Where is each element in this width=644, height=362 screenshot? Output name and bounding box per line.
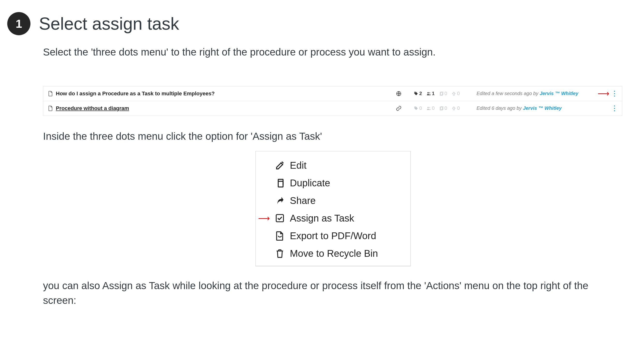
checkbox-icon bbox=[275, 213, 285, 223]
intro-paragraph-2: Inside the three dots menu click the opt… bbox=[43, 129, 623, 144]
stat-up: 0 bbox=[452, 91, 460, 96]
file-pdf-icon bbox=[275, 231, 285, 241]
procedure-title[interactable]: How do I assign a Procedure as a Task to… bbox=[56, 90, 214, 97]
menu-item-label: Share bbox=[290, 195, 316, 206]
up-icon bbox=[452, 91, 456, 96]
row-meta: Edited a few seconds ago by Jervis ™ Whi… bbox=[476, 91, 592, 96]
stat-users-value: 0 bbox=[432, 105, 434, 111]
stat-up-value: 0 bbox=[457, 91, 460, 96]
globe-icon bbox=[396, 91, 402, 97]
meta-author[interactable]: Jervis ™ Whitley bbox=[523, 105, 562, 111]
menu-item-label: Edit bbox=[290, 160, 307, 171]
procedure-list: How do I assign a Procedure as a Task to… bbox=[43, 86, 622, 116]
users-icon bbox=[426, 91, 431, 96]
stat-tags: 0 bbox=[414, 105, 422, 111]
stat-up: 0 bbox=[452, 105, 460, 111]
context-menu-illustration: Edit Duplicate Share ⟶ Assign as Task bbox=[43, 151, 623, 266]
files-icon bbox=[439, 106, 444, 111]
stat-tags-value: 2 bbox=[419, 91, 422, 96]
procedure-row[interactable]: Procedure without a diagram 0 0 bbox=[43, 101, 622, 116]
stat-users-value: 1 bbox=[432, 91, 434, 96]
content-column: Select the 'three dots menu' to the righ… bbox=[43, 45, 623, 308]
row-meta: Edited 6 days ago by Jervis ™ Whitley bbox=[476, 105, 592, 111]
stat-users: 0 bbox=[426, 105, 434, 111]
step-header: 1 Select assign task bbox=[7, 12, 637, 35]
context-menu: Edit Duplicate Share ⟶ Assign as Task bbox=[256, 151, 411, 266]
menu-item-share[interactable]: Share bbox=[256, 192, 410, 209]
meta-prefix: Edited a few seconds ago by bbox=[476, 91, 540, 96]
row-stats: 0 0 0 0 bbox=[414, 105, 468, 111]
kebab-menu-button[interactable] bbox=[612, 105, 617, 112]
stat-tags: 2 bbox=[414, 91, 422, 96]
menu-item-edit[interactable]: Edit bbox=[256, 157, 410, 174]
annotation-arrow-icon: ⟶ bbox=[258, 213, 270, 223]
meta-prefix: Edited 6 days ago by bbox=[476, 105, 523, 111]
step-number-badge: 1 bbox=[7, 12, 30, 35]
procedure-row[interactable]: How do I assign a Procedure as a Task to… bbox=[43, 86, 622, 101]
tag-icon bbox=[414, 106, 418, 111]
tag-icon bbox=[414, 91, 418, 96]
up-icon bbox=[452, 106, 456, 111]
menu-item-export[interactable]: Export to PDF/Word bbox=[256, 227, 410, 245]
document-icon bbox=[48, 106, 54, 111]
link-icon bbox=[396, 105, 402, 111]
menu-item-label: Assign as Task bbox=[290, 213, 354, 224]
stat-users: 1 bbox=[426, 91, 434, 96]
document-icon bbox=[48, 91, 54, 96]
menu-item-label: Export to PDF/Word bbox=[290, 230, 376, 241]
step-number: 1 bbox=[16, 17, 22, 30]
stat-files: 0 bbox=[439, 105, 447, 111]
stat-files-value: 0 bbox=[444, 91, 447, 96]
menu-item-label: Duplicate bbox=[290, 178, 330, 188]
intro-paragraph-3: you can also Assign as Task while lookin… bbox=[43, 279, 623, 308]
document-page: 1 Select assign task Select the 'three d… bbox=[0, 0, 644, 362]
stat-files: 0 bbox=[439, 91, 447, 96]
copy-icon bbox=[275, 178, 285, 188]
trash-icon bbox=[275, 249, 285, 258]
step-title: Select assign task bbox=[39, 14, 179, 33]
row-stats: 2 1 0 0 bbox=[414, 91, 468, 96]
stat-files-value: 0 bbox=[444, 105, 447, 111]
menu-item-assign-as-task[interactable]: ⟶ Assign as Task bbox=[256, 209, 410, 227]
menu-item-label: Move to Recycle Bin bbox=[290, 248, 378, 259]
menu-item-move-to-recycle-bin[interactable]: Move to Recycle Bin bbox=[256, 245, 410, 262]
menu-item-duplicate[interactable]: Duplicate bbox=[256, 174, 410, 192]
stat-tags-value: 0 bbox=[419, 105, 422, 111]
meta-author[interactable]: Jervis ™ Whitley bbox=[540, 91, 578, 96]
annotation-arrow-icon: ⟶ bbox=[592, 89, 610, 98]
files-icon bbox=[439, 91, 444, 96]
users-icon bbox=[426, 106, 431, 111]
stat-up-value: 0 bbox=[457, 105, 460, 111]
share-icon bbox=[275, 196, 285, 205]
edit-icon bbox=[275, 161, 285, 170]
kebab-menu-button[interactable] bbox=[612, 90, 617, 97]
procedure-title[interactable]: Procedure without a diagram bbox=[56, 105, 129, 112]
intro-paragraph-1: Select the 'three dots menu' to the righ… bbox=[43, 45, 623, 60]
